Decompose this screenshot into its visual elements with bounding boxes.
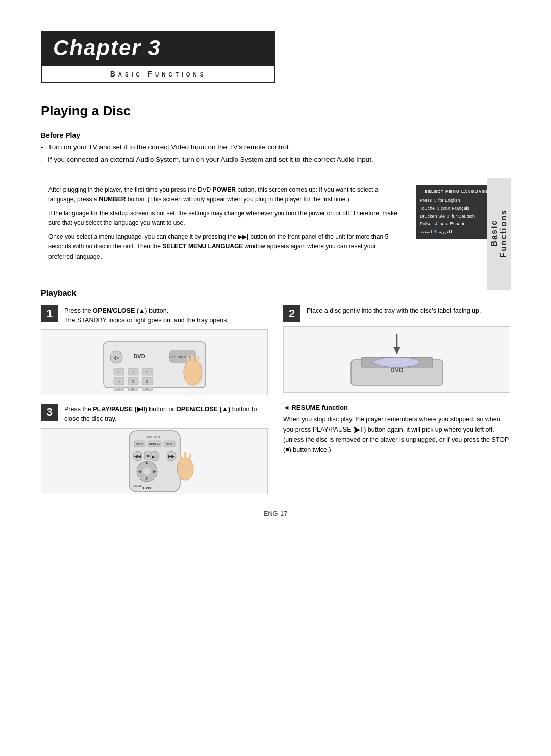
lang-menu-title: SELECT MENU LANGUAGE <box>420 188 493 195</box>
playback-heading: Playback <box>41 289 510 298</box>
info-para-3: Once you select a menu language, you can… <box>48 232 403 262</box>
step-3-text: Press the PLAY/PAUSE (▶II) button or OPE… <box>64 405 268 424</box>
svg-text:DVD: DVD <box>143 486 151 490</box>
step-1-number: 1 <box>41 305 58 322</box>
section-title: Playing a Disc <box>41 103 510 119</box>
step-3-box: 3 Press the PLAY/PAUSE (▶II) button or O… <box>41 404 268 494</box>
svg-text:MENU: MENU <box>133 484 142 487</box>
disc-tray-svg: DVD <box>341 329 453 390</box>
step-2-number: 2 <box>283 305 300 322</box>
info-row: After plugging in the player, the first … <box>41 178 510 273</box>
list-item: If you connected an external Audio Syste… <box>41 155 510 165</box>
svg-text:6: 6 <box>146 379 148 384</box>
svg-text:▲: ▲ <box>145 460 149 465</box>
svg-text:2: 2 <box>132 370 134 374</box>
step-3-header: 3 Press the PLAY/PAUSE (▶II) button or O… <box>41 404 268 424</box>
step-1-image: ⏻/I DVD OPEN/CLOSE 1 2 3 4 <box>41 329 268 395</box>
step-1-box: 1 Press the OPEN/CLOSE (▲) button. The S… <box>41 305 268 396</box>
lang-item-1: Press1for English <box>420 197 493 205</box>
page: Chapter 3 Basic Functions Playing a Disc… <box>0 0 551 756</box>
svg-text:INSTANT: INSTANT <box>147 435 162 439</box>
step3-row: 3 Press the PLAY/PAUSE (▶II) button or O… <box>41 404 510 494</box>
step-2-box: 2 Place a disc gently into the tray with… <box>283 305 510 396</box>
chapter-subtitle: Basic Functions <box>41 65 276 83</box>
svg-point-24 <box>184 360 202 385</box>
svg-text:STEP: STEP <box>136 443 144 446</box>
svg-line-62 <box>189 455 190 460</box>
svg-text:▶▶: ▶▶ <box>168 453 175 459</box>
steps-grid: 1 Press the OPEN/CLOSE (▲) button. The S… <box>41 305 510 396</box>
svg-text:SKIP: SKIP <box>166 443 173 446</box>
resume-section: RESUME function When you stop disc play,… <box>283 404 510 494</box>
before-play-section: Before Play Turn on your TV and set it t… <box>41 131 510 165</box>
step-3-number: 3 <box>41 404 58 421</box>
svg-text:4: 4 <box>117 379 120 384</box>
info-section: After plugging in the player, the first … <box>41 178 510 273</box>
info-text: After plugging in the player, the first … <box>48 185 411 266</box>
svg-text:3: 3 <box>146 370 148 374</box>
svg-point-31 <box>393 361 401 363</box>
lang-item-5: اضغط5للعربية <box>420 228 493 236</box>
step-1-header: 1 Press the OPEN/CLOSE (▲) button. The S… <box>41 305 268 325</box>
resume-text: When you stop disc play, the player reme… <box>283 414 510 455</box>
chapter-title: Chapter 3 <box>41 31 276 65</box>
svg-marker-34 <box>393 347 400 355</box>
step-2-header: 2 Place a disc gently into the tray with… <box>283 305 510 322</box>
svg-point-59 <box>177 458 193 480</box>
svg-point-52 <box>143 467 151 475</box>
lang-menu-box: SELECT MENU LANGUAGE Press1for English T… <box>416 185 497 239</box>
step-3-image: INSTANT STEP REPLAY SKIP ◀◀ ■ ▶II <box>41 428 268 494</box>
info-para-2: If the language for the startup screen i… <box>48 209 403 228</box>
svg-text:◀: ◀ <box>138 469 141 474</box>
step-2-image: DVD <box>283 326 510 393</box>
svg-text:1: 1 <box>117 370 120 374</box>
svg-text:▶: ▶ <box>153 469 157 474</box>
remote-svg: INSTANT STEP REPLAY SKIP ◀◀ ■ ▶II <box>104 428 206 494</box>
svg-text:■: ■ <box>146 453 149 458</box>
svg-text:9: 9 <box>146 387 148 391</box>
svg-rect-35 <box>129 431 180 492</box>
step-1-text: Press the OPEN/CLOSE (▲) button. The STA… <box>64 306 268 325</box>
svg-text:DVD: DVD <box>390 367 404 374</box>
svg-line-27 <box>197 357 198 362</box>
svg-text:▶II: ▶II <box>151 454 157 459</box>
page-number: ENG-17 <box>41 510 510 517</box>
side-tab-text: Basic Functions <box>490 209 508 257</box>
lang-item-4: Pulsar4para Español <box>420 220 493 228</box>
svg-text:◀◀: ◀◀ <box>134 453 141 459</box>
svg-text:REPLAY: REPLAY <box>148 443 160 446</box>
before-play-list: Turn on your TV and set it to the correc… <box>41 142 510 165</box>
svg-text:▼: ▼ <box>145 476 149 481</box>
side-tab: Basic Functions <box>487 178 511 290</box>
svg-line-26 <box>187 357 189 362</box>
before-play-heading: Before Play <box>41 131 510 139</box>
dvd-player-front-svg: ⏻/I DVD OPEN/CLOSE 1 2 3 4 <box>98 332 211 393</box>
list-item: Turn on your TV and set it to the correc… <box>41 142 510 153</box>
resume-title: RESUME function <box>283 404 510 411</box>
svg-text:8: 8 <box>132 387 134 391</box>
svg-text:⏻/I: ⏻/I <box>113 356 119 360</box>
lang-item-2: Touche2pour Français <box>420 205 493 212</box>
svg-text:7: 7 <box>118 387 120 391</box>
info-para-1: After plugging in the player, the first … <box>48 185 403 205</box>
lang-item-3: Drücken Sie3für Deutsch <box>420 213 493 220</box>
svg-text:5: 5 <box>132 379 134 384</box>
svg-text:DVD: DVD <box>133 353 145 359</box>
step-2-text: Place a disc gently into the tray with t… <box>307 306 510 316</box>
chapter-header: Chapter 3 Basic Functions <box>41 31 276 83</box>
